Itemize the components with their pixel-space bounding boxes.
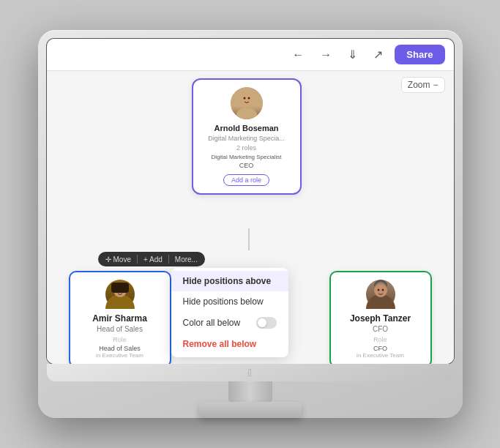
joseph-title: CFO bbox=[338, 325, 423, 333]
bottom-section: ✛ Move + Add More... Hide positions bbox=[47, 250, 454, 364]
arnold-card: Arnold Boseman Digital Marketing Specia.… bbox=[192, 78, 302, 195]
move-label: Move bbox=[113, 255, 131, 264]
svg-point-11 bbox=[374, 284, 387, 297]
svg-point-12 bbox=[377, 289, 379, 291]
add-role-button[interactable]: Add a role bbox=[223, 174, 269, 186]
svg-rect-9 bbox=[111, 283, 129, 293]
svg-point-4 bbox=[247, 97, 250, 100]
amir-role-value: Head of Sales bbox=[78, 345, 163, 352]
arnold-role1: Digital Marketing Specialist bbox=[201, 154, 293, 160]
apple-logo-icon:  bbox=[248, 367, 252, 378]
more-tool[interactable]: More... bbox=[175, 255, 198, 264]
move-icon: ✛ bbox=[105, 255, 111, 264]
node-toolbar: ✛ Move + Add More... bbox=[98, 252, 205, 266]
monitor-outer: ← → ⇓ ↗ Share Zoom − bbox=[38, 30, 463, 418]
zoom-label: Zoom bbox=[408, 80, 430, 90]
toggle-knob bbox=[258, 318, 266, 327]
svg-point-13 bbox=[381, 289, 384, 291]
menu-item-hide-below[interactable]: Hide positions below bbox=[171, 291, 288, 312]
more-label: More... bbox=[175, 255, 198, 264]
zoom-control[interactable]: Zoom − bbox=[401, 77, 445, 93]
menu-item-remove-all[interactable]: Remove all below bbox=[171, 334, 288, 354]
menu-item-color-all[interactable]: Color all below bbox=[171, 312, 288, 334]
arnold-avatar bbox=[231, 87, 263, 119]
arnold-name: Arnold Boseman bbox=[201, 124, 293, 132]
toolbar-separator-1 bbox=[137, 255, 138, 264]
zoom-minus-icon[interactable]: − bbox=[433, 80, 438, 90]
add-tool[interactable]: + Add bbox=[143, 255, 163, 264]
connector-vertical bbox=[248, 228, 250, 250]
download-button[interactable]: ⇓ bbox=[343, 45, 362, 64]
joseph-name: Joseph Tanzer bbox=[338, 313, 423, 324]
arnold-title: Digital Marketing Specia... bbox=[201, 135, 293, 142]
amir-card: Amir Sharma Head of Sales Role Head of S… bbox=[69, 271, 171, 364]
joseph-role-value: CFO bbox=[338, 345, 423, 352]
canvas-area: Zoom − bbox=[47, 71, 454, 364]
arnold-roles-count: 2 roles bbox=[201, 144, 293, 152]
amir-avatar bbox=[105, 280, 135, 309]
joseph-role-team: in Executive Team bbox=[338, 352, 423, 359]
screen: ← → ⇓ ↗ Share Zoom − bbox=[47, 39, 454, 364]
joseph-role-label: Role bbox=[338, 336, 423, 343]
toolbar: ← → ⇓ ↗ Share bbox=[47, 39, 454, 71]
amir-role-label: Role bbox=[78, 336, 163, 343]
amir-role-team: in Executive Team bbox=[78, 352, 163, 359]
context-menu: Hide positions above Hide positions belo… bbox=[171, 268, 288, 357]
amir-title: Head of Sales bbox=[78, 325, 163, 333]
menu-item-hide-above[interactable]: Hide positions above bbox=[171, 271, 288, 291]
share-button[interactable]: Share bbox=[395, 45, 444, 64]
undo-button[interactable]: ← bbox=[288, 45, 308, 64]
joseph-card: Joseph Tanzer CFO Role CFO in Executive … bbox=[329, 271, 432, 364]
stand-neck bbox=[228, 381, 272, 402]
add-label: + Add bbox=[143, 255, 163, 264]
redo-button[interactable]: → bbox=[316, 45, 336, 64]
joseph-avatar bbox=[366, 280, 395, 309]
screen-bezel-bottom:  bbox=[47, 364, 454, 381]
amir-name: Amir Sharma bbox=[78, 313, 163, 324]
stand-base bbox=[199, 402, 302, 418]
svg-point-1 bbox=[236, 108, 257, 119]
toggle-switch[interactable] bbox=[256, 317, 277, 329]
trend-button[interactable]: ↗ bbox=[369, 45, 387, 64]
move-tool[interactable]: ✛ Move bbox=[105, 255, 131, 264]
arnold-role2: CEO bbox=[201, 162, 293, 169]
toolbar-separator-2 bbox=[168, 255, 169, 264]
svg-point-3 bbox=[243, 97, 245, 100]
